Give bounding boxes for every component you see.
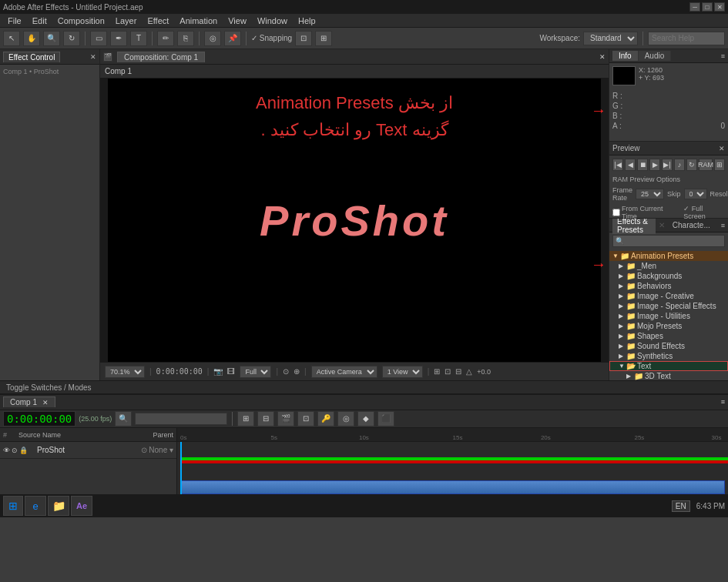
menu-animation[interactable]: Animation <box>175 15 222 26</box>
menu-file[interactable]: File <box>3 15 26 26</box>
left-panel: Effect Control ✕ Comp 1 • ProShot <box>0 49 100 380</box>
effects-search-bar[interactable]: 🔍 <box>612 235 725 247</box>
resolution-select[interactable]: Full <box>240 366 271 378</box>
preview-next[interactable]: ▶| <box>662 159 673 171</box>
timeline-menu-icon[interactable]: ≡ <box>721 398 725 406</box>
ie-app[interactable]: e <box>25 496 46 516</box>
playhead[interactable] <box>180 442 182 494</box>
from-current-checkbox[interactable] <box>612 209 620 216</box>
tree-image-utilities[interactable]: ▶ 📁 Image - Utilities <box>609 311 728 321</box>
tl-btn2[interactable]: ⊟ <box>257 411 274 426</box>
comp-tab[interactable]: Composition: Comp 1 <box>117 52 205 62</box>
tree-behaviors[interactable]: ▶ 📁 Behaviors <box>609 281 728 291</box>
tree-men[interactable]: ▶ 📁 _Men <box>609 261 728 271</box>
menu-view[interactable]: View <box>223 15 251 26</box>
tool-rect[interactable]: ▭ <box>90 31 107 46</box>
windows-icon: ⊞ <box>8 500 18 512</box>
tool-zoom[interactable]: 🔍 <box>43 31 60 46</box>
tl-search-icon[interactable]: 🔍 <box>115 411 132 426</box>
minimize-button[interactable]: ─ <box>689 2 700 12</box>
tree-synthetics[interactable]: ▶ 📁 Synthetics <box>609 351 728 361</box>
menu-edit[interactable]: Edit <box>28 15 52 26</box>
tree-3d-text[interactable]: ▶ 📁 3D Text <box>609 371 728 380</box>
preview-stop[interactable]: ⏹ <box>637 159 648 171</box>
language-button[interactable]: EN <box>672 500 690 512</box>
tool-rotate[interactable]: ↻ <box>63 31 80 46</box>
tl-search-box[interactable] <box>135 413 227 425</box>
ram-preview-label: RAM Preview Options <box>612 176 680 183</box>
tree-mojo[interactable]: ▶ 📁 Mojo Presets <box>609 321 728 331</box>
preview-menu[interactable]: ✕ <box>719 145 725 152</box>
eye-icon[interactable]: 👁 <box>3 447 10 454</box>
effects-tab[interactable]: Effects & Presets <box>612 219 656 234</box>
tree-text[interactable]: ▼ 📂 Text <box>609 361 728 371</box>
workspace-select[interactable]: Standard <box>583 32 638 45</box>
layer-name[interactable]: ProShot <box>37 446 138 454</box>
tree-image-special[interactable]: ▶ 📁 Image - Special Effects <box>609 301 728 311</box>
footer-icon2: 🎞 <box>227 367 235 376</box>
timeline-tab[interactable]: Comp 1 ✕ <box>3 396 55 407</box>
tl-btn8[interactable]: ⬛ <box>377 411 394 426</box>
info-menu-icon[interactable]: ≡ <box>721 52 725 60</box>
ae-app[interactable]: Ae <box>71 496 92 516</box>
tl-btn4[interactable]: ⊡ <box>297 411 314 426</box>
tool-puppet[interactable]: 📌 <box>224 31 241 46</box>
tl-btn3[interactable]: 🎬 <box>277 411 294 426</box>
zoom-select[interactable]: 70.1% <box>105 366 145 378</box>
preview-full[interactable]: ⊞ <box>714 159 725 171</box>
close-button[interactable]: ✕ <box>714 2 725 12</box>
tree-image-creative[interactable]: ▶ 📁 Image - Creative <box>609 291 728 301</box>
tree-animation-presets[interactable]: ▼ 📁 Animation Presets <box>609 251 728 261</box>
close-icon[interactable]: ✕ <box>90 53 96 61</box>
timeline-timecode[interactable]: 0:00:00:00 <box>3 411 75 426</box>
tree-shapes[interactable]: ▶ 📁 Shapes <box>609 331 728 341</box>
tool-hand[interactable]: ✋ <box>23 31 40 46</box>
tool-pen[interactable]: ✒ <box>110 31 127 46</box>
folder-app[interactable]: 📁 <box>48 496 69 516</box>
start-button[interactable]: ⊞ <box>3 496 23 516</box>
frame-rate-select[interactable]: 25 <box>636 189 664 199</box>
tl-btn6[interactable]: ◎ <box>337 411 354 426</box>
maximize-button[interactable]: □ <box>702 2 713 12</box>
audio-tab[interactable]: Audio <box>639 51 672 61</box>
effects-menu[interactable]: ≡ <box>721 222 725 229</box>
layer-bar[interactable] <box>180 480 725 494</box>
timeline-tab-close[interactable]: ✕ <box>42 399 49 406</box>
tree-sound-effects[interactable]: ▶ 📁 Sound Effects <box>609 341 728 351</box>
menu-window[interactable]: Window <box>253 15 292 26</box>
tl-btn1[interactable]: ⊞ <box>237 411 254 426</box>
camera-select[interactable]: Active Camera <box>311 366 377 378</box>
menu-layer[interactable]: Layer <box>111 15 142 26</box>
solo-icon[interactable]: ⊙ <box>12 447 18 454</box>
tool-select[interactable]: ↖ <box>3 31 20 46</box>
snapping-toggle[interactable]: ⊡ <box>295 31 312 46</box>
tree-backgrounds[interactable]: ▶ 📁 Backgrounds <box>609 271 728 281</box>
tool-brush[interactable]: ✏ <box>157 31 174 46</box>
comp-close-icon[interactable]: ✕ <box>599 53 606 61</box>
preview-audio[interactable]: ♪ <box>674 159 685 171</box>
effect-control-tab[interactable]: Effect Control <box>3 52 60 62</box>
tl-btn7[interactable]: ◆ <box>357 411 374 426</box>
tool-clone[interactable]: ⎘ <box>177 31 194 46</box>
menu-help[interactable]: Help <box>294 15 320 26</box>
skip-select[interactable]: 0 <box>684 189 707 199</box>
tool-roto[interactable]: ◎ <box>204 31 221 46</box>
preview-first[interactable]: |◀ <box>612 159 623 171</box>
character-tab[interactable]: Characte... <box>668 221 715 229</box>
preview-ram[interactable]: RAM <box>699 159 713 171</box>
preview-play[interactable]: ▶ <box>649 159 660 171</box>
menu-effect[interactable]: Effect <box>143 15 173 26</box>
search-input[interactable] <box>648 32 725 45</box>
preview-loop[interactable]: ↻ <box>686 159 697 171</box>
b-label: B : <box>612 112 622 120</box>
tl-btn5[interactable]: 🔑 <box>317 411 334 426</box>
preview-prev[interactable]: ◀ <box>625 159 636 171</box>
from-current-check[interactable]: From Current Time <box>612 205 677 220</box>
menu-composition[interactable]: Composition <box>53 15 109 26</box>
tool-text[interactable]: T <box>130 31 147 46</box>
info-tab[interactable]: Info <box>612 51 639 61</box>
snapping-btn2[interactable]: ⊞ <box>315 31 332 46</box>
view-select[interactable]: 1 View <box>382 366 423 378</box>
tl-sep1 <box>232 412 233 426</box>
effects-search-input[interactable] <box>624 237 722 246</box>
